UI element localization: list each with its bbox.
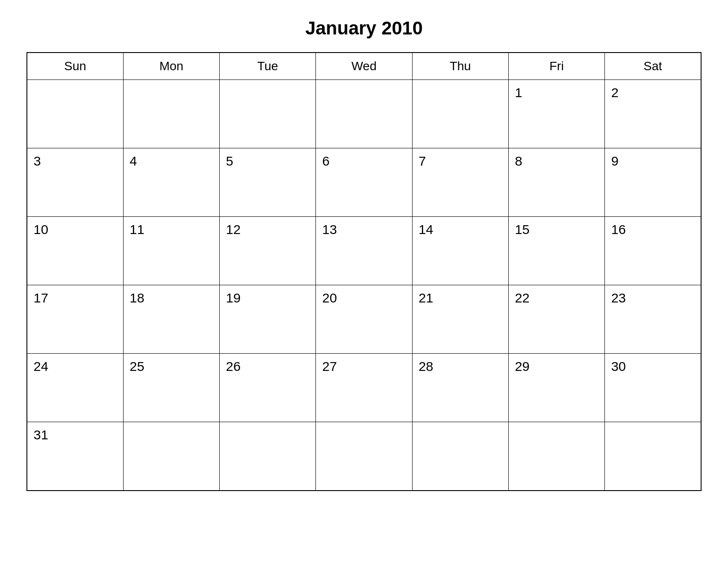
day-cell-15[interactable]: 15 (508, 217, 604, 285)
day-cell-1[interactable]: 1 (508, 80, 604, 148)
day-header-tue: Tue (220, 53, 316, 80)
day-header-wed: Wed (316, 53, 412, 80)
day-cell-6[interactable]: 6 (316, 148, 412, 217)
day-header-mon: Mon (123, 53, 219, 80)
empty-cell-w5d1[interactable] (123, 422, 219, 491)
day-cell-7[interactable]: 7 (412, 148, 508, 217)
day-cell-10[interactable]: 10 (27, 217, 123, 285)
week-row-1: 12 (27, 80, 701, 148)
day-cell-27[interactable]: 27 (316, 354, 412, 422)
day-cell-30[interactable]: 30 (605, 354, 701, 422)
empty-cell-w5d5[interactable] (508, 422, 604, 491)
day-header-thu: Thu (412, 53, 508, 80)
day-cell-25[interactable]: 25 (123, 354, 219, 422)
header-row: SunMonTueWedThuFriSat (27, 53, 701, 80)
week-row-3: 10111213141516 (27, 217, 701, 285)
day-header-sun: Sun (27, 53, 123, 80)
empty-cell-w0d4[interactable] (412, 80, 508, 148)
day-cell-17[interactable]: 17 (27, 285, 123, 354)
day-cell-16[interactable]: 16 (605, 217, 701, 285)
empty-cell-w5d6[interactable] (605, 422, 701, 491)
empty-cell-w5d3[interactable] (316, 422, 412, 491)
day-header-sat: Sat (605, 53, 701, 80)
day-cell-20[interactable]: 20 (316, 285, 412, 354)
week-row-5: 24252627282930 (27, 354, 701, 422)
day-cell-28[interactable]: 28 (412, 354, 508, 422)
day-cell-14[interactable]: 14 (412, 217, 508, 285)
empty-cell-w0d3[interactable] (316, 80, 412, 148)
day-cell-19[interactable]: 19 (220, 285, 316, 354)
empty-cell-w5d2[interactable] (220, 422, 316, 491)
empty-cell-w0d2[interactable] (220, 80, 316, 148)
calendar-wrapper: January 2010 SunMonTueWedThuFriSat 12345… (26, 18, 702, 491)
empty-cell-w5d4[interactable] (412, 422, 508, 491)
day-cell-21[interactable]: 21 (412, 285, 508, 354)
week-row-2: 3456789 (27, 148, 701, 217)
day-cell-4[interactable]: 4 (123, 148, 219, 217)
day-cell-29[interactable]: 29 (508, 354, 604, 422)
day-cell-11[interactable]: 11 (123, 217, 219, 285)
day-header-fri: Fri (508, 53, 604, 80)
day-cell-18[interactable]: 18 (123, 285, 219, 354)
day-cell-2[interactable]: 2 (605, 80, 701, 148)
calendar-title: January 2010 (26, 18, 702, 39)
empty-cell-w0d0[interactable] (27, 80, 123, 148)
calendar-table: SunMonTueWedThuFriSat 123456789101112131… (26, 52, 702, 491)
day-cell-8[interactable]: 8 (508, 148, 604, 217)
day-cell-13[interactable]: 13 (316, 217, 412, 285)
day-cell-31[interactable]: 31 (27, 422, 123, 491)
empty-cell-w0d1[interactable] (123, 80, 219, 148)
day-cell-3[interactable]: 3 (27, 148, 123, 217)
day-cell-23[interactable]: 23 (605, 285, 701, 354)
week-row-6: 31 (27, 422, 701, 491)
day-cell-5[interactable]: 5 (220, 148, 316, 217)
week-row-4: 17181920212223 (27, 285, 701, 354)
day-cell-24[interactable]: 24 (27, 354, 123, 422)
day-cell-22[interactable]: 22 (508, 285, 604, 354)
day-cell-26[interactable]: 26 (220, 354, 316, 422)
day-cell-9[interactable]: 9 (605, 148, 701, 217)
day-cell-12[interactable]: 12 (220, 217, 316, 285)
